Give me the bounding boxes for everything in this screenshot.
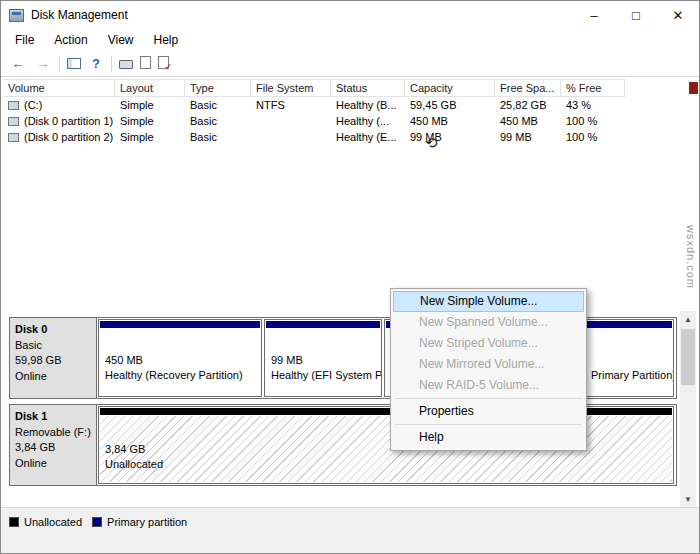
- properties-icon[interactable]: [140, 55, 151, 73]
- partition-stripe: [266, 321, 380, 328]
- menu-separator: [395, 424, 582, 425]
- cell-type: Basic: [185, 131, 251, 143]
- partition-stripe: [100, 321, 260, 328]
- table-row[interactable]: (Disk 0 partition 1) Simple Basic Health…: [3, 113, 625, 129]
- menu-file[interactable]: File: [5, 30, 44, 50]
- menu-separator: [395, 398, 582, 399]
- cell-status: Healthy (E...: [331, 131, 405, 143]
- cell-volume: (Disk 0 partition 2): [3, 131, 115, 143]
- disk1-kind: Removable (F:): [15, 425, 91, 441]
- cell-layout: Simple: [115, 131, 185, 143]
- console-tree-glyph: [67, 58, 81, 69]
- legend-primary-label: Primary partition: [107, 516, 187, 528]
- disk1-unallocated-region[interactable]: 3,84 GB Unallocated: [98, 406, 674, 484]
- cell-freespace: 99 MB: [495, 131, 561, 143]
- bottom-strip: Unallocated Primary partition: [1, 507, 699, 554]
- cell-freespace: 25,82 GB: [495, 99, 561, 111]
- cell-volume: (C:): [3, 99, 115, 111]
- vertical-scrollbar[interactable]: ▲ ▼: [680, 311, 696, 507]
- doc-glyph: [140, 56, 151, 69]
- disk0-partition-recovery[interactable]: 450 MB Healthy (Recovery Partition): [98, 319, 262, 397]
- header-volume[interactable]: Volume: [3, 80, 115, 97]
- close-button[interactable]: ✕: [657, 1, 699, 29]
- drive-glyph: [119, 60, 133, 69]
- menu-view[interactable]: View: [98, 30, 144, 50]
- cell-status: Healthy (B...: [331, 99, 405, 111]
- cell-layout: Simple: [115, 115, 185, 127]
- app-icon[interactable]: [9, 9, 24, 22]
- disk0-label[interactable]: Disk 0 Basic 59,98 GB Online: [10, 318, 97, 398]
- cell-capacity: 450 MB: [405, 115, 495, 127]
- header-freespace[interactable]: Free Spa...: [495, 80, 561, 97]
- disk-management-window: Disk Management – □ ✕ File Action View H…: [0, 0, 700, 554]
- window-controls: – □ ✕: [573, 1, 699, 29]
- table-row[interactable]: (Disk 0 partition 2) Simple Basic Health…: [3, 129, 625, 145]
- menubar: File Action View Help: [1, 29, 699, 51]
- help-icon[interactable]: ?: [88, 56, 104, 71]
- cell-capacity: 99 MB: [405, 131, 495, 143]
- disk0-partition-efi[interactable]: 99 MB Healthy (EFI System Pa: [264, 319, 382, 397]
- legend-primary-partition: Primary partition: [92, 516, 187, 528]
- menu-item-new-spanned-volume: New Spanned Volume...: [393, 312, 584, 333]
- minimize-button[interactable]: –: [573, 1, 615, 29]
- volume-icon: [8, 101, 19, 110]
- maximize-button[interactable]: □: [615, 1, 657, 29]
- menu-item-properties[interactable]: Properties: [393, 401, 584, 422]
- scroll-down-icon[interactable]: ▼: [680, 491, 696, 507]
- cell-capacity: 59,45 GB: [405, 99, 495, 111]
- disk1-size: 3,84 GB: [15, 440, 91, 456]
- volume-name: (Disk 0 partition 1): [24, 115, 113, 127]
- disk0-track: 450 MB Healthy (Recovery Partition) 99 M…: [97, 318, 676, 398]
- menu-item-new-simple-volume[interactable]: New Simple Volume...: [393, 291, 584, 312]
- cell-pctfree: 43 %: [561, 99, 625, 111]
- busy-cursor-icon: ⟲: [425, 134, 438, 152]
- header-layout[interactable]: Layout: [115, 80, 185, 97]
- header-filesystem[interactable]: File System: [251, 80, 331, 97]
- task-check-icon[interactable]: [158, 55, 169, 73]
- unallocated-swatch-icon: [9, 517, 19, 527]
- header-type[interactable]: Type: [185, 80, 251, 97]
- console-tree-icon[interactable]: [67, 55, 81, 73]
- disk1-track: 3,84 GB Unallocated: [97, 405, 676, 485]
- disk0-state: Online: [15, 369, 91, 385]
- cell-filesystem: NTFS: [251, 99, 331, 111]
- forward-icon[interactable]: →: [34, 56, 52, 71]
- menu-item-help[interactable]: Help: [393, 427, 584, 448]
- legend: Unallocated Primary partition: [9, 516, 187, 528]
- partition-status: Healthy (EFI System Pa: [271, 369, 382, 381]
- doc-check-glyph: [158, 56, 169, 69]
- red-marker-icon: [689, 82, 698, 94]
- unallocated-label: Unallocated: [105, 458, 163, 470]
- cell-status: Healthy (...: [331, 115, 405, 127]
- back-icon[interactable]: ←: [9, 56, 27, 71]
- volume-list-header: Volume Layout Type File System Status Ca…: [3, 79, 625, 97]
- disk0-kind: Basic: [15, 338, 91, 354]
- unallocated-size: 3,84 GB: [105, 443, 145, 455]
- disk1-label[interactable]: Disk 1 Removable (F:) 3,84 GB Online: [10, 405, 97, 485]
- partition-size: 99 MB: [271, 354, 303, 366]
- legend-unallocated: Unallocated: [9, 516, 82, 528]
- menu-item-new-raid5-volume: New RAID-5 Volume...: [393, 375, 584, 396]
- disk-icon[interactable]: [119, 55, 133, 73]
- toolbar: ← → ?: [1, 51, 699, 77]
- disk0-size: 59,98 GB: [15, 353, 91, 369]
- header-capacity[interactable]: Capacity: [405, 80, 495, 97]
- primary-partition-swatch-icon: [92, 517, 102, 527]
- cell-pctfree: 100 %: [561, 131, 625, 143]
- table-row[interactable]: (C:) Simple Basic NTFS Healthy (B... 59,…: [3, 97, 625, 113]
- toolbar-separator: [59, 56, 60, 72]
- header-status[interactable]: Status: [331, 80, 405, 97]
- header-pctfree[interactable]: % Free: [561, 80, 625, 97]
- partition-status: Primary Partition): [591, 369, 674, 381]
- scrollbar-thumb[interactable]: [681, 329, 695, 385]
- menu-help[interactable]: Help: [144, 30, 189, 50]
- volume-icon: [8, 133, 19, 142]
- cell-layout: Simple: [115, 99, 185, 111]
- menu-action[interactable]: Action: [44, 30, 97, 50]
- cell-type: Basic: [185, 115, 251, 127]
- legend-unallocated-label: Unallocated: [24, 516, 82, 528]
- toolbar-separator: [111, 56, 112, 72]
- scroll-up-icon[interactable]: ▲: [680, 311, 696, 327]
- partition-status: Healthy (Recovery Partition): [105, 369, 243, 381]
- cell-volume: (Disk 0 partition 1): [3, 115, 115, 127]
